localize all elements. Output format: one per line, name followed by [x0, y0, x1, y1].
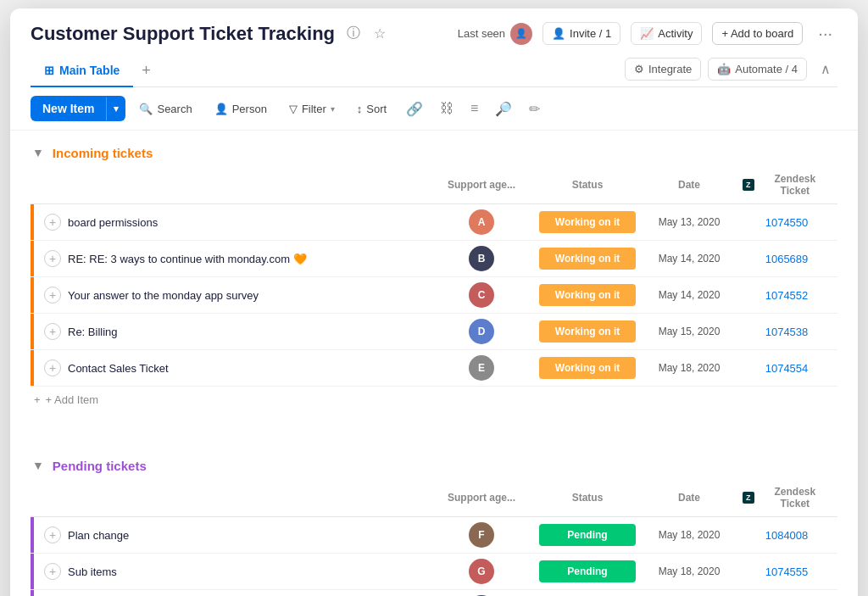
row-name-cell: + Contact Sales Ticket: [34, 351, 431, 385]
table-incoming: Support age... Status Date Z Zendesk Tic…: [10, 166, 858, 387]
page-title: Customer Support Ticket Tracking: [31, 23, 335, 45]
table-pending: Support age... Status Date Z Zendesk Tic…: [10, 479, 858, 596]
row-date-cell: May 15, 2020: [643, 320, 736, 343]
zendesk-brand-icon: Z: [743, 492, 754, 504]
row-zendesk-cell[interactable]: 1074552: [736, 284, 837, 307]
col-header-name: [31, 178, 431, 192]
col-header-zendesk: Z Zendesk Ticket: [736, 166, 837, 203]
sort-button[interactable]: ↕ Sort: [348, 97, 395, 120]
row-date-cell: May 18, 2020: [643, 357, 736, 379]
info-icon[interactable]: ⓘ: [343, 23, 364, 44]
add-row-icon[interactable]: +: [44, 287, 61, 304]
group-header-incoming: ▼ Incoming tickets: [10, 131, 858, 166]
integrate-button[interactable]: ⚙ Integrate: [625, 58, 701, 81]
group-toggle-incoming[interactable]: ▼: [31, 144, 46, 161]
avatar: E: [469, 355, 494, 381]
collapse-button[interactable]: ∧: [814, 58, 837, 81]
row-status-cell: Pending: [532, 555, 643, 588]
add-row-icon[interactable]: +: [44, 323, 61, 340]
tab-main-table[interactable]: ⊞ Main Table: [31, 55, 133, 87]
add-tab-button[interactable]: +: [133, 55, 159, 86]
col-header-status: Status: [532, 172, 643, 198]
last-seen-label: Last seen 👤: [458, 23, 532, 45]
table-row[interactable]: + RE: RE: 3 ways to continue with monday…: [31, 241, 837, 277]
group-header-pending: ▼ Pending tickets: [10, 443, 858, 479]
title-row: Customer Support Ticket Tracking ⓘ ☆: [31, 23, 389, 45]
col-header-agent: Support age...: [431, 485, 532, 510]
more-options-button[interactable]: ···: [813, 22, 837, 45]
row-date-cell: May 14, 2020: [643, 284, 736, 306]
row-agent-cell: C: [431, 277, 532, 313]
zendesk-brand-icon: Z: [743, 179, 754, 191]
row-status-cell: Working on it: [532, 279, 643, 311]
add-row-icon[interactable]: +: [44, 250, 61, 267]
group-title-incoming: Incoming tickets: [53, 146, 153, 160]
table-row[interactable]: + Re: Billing D Working on it May 15, 20…: [31, 314, 837, 350]
invite-button[interactable]: 👤 Invite / 1: [542, 22, 620, 45]
search-button[interactable]: 🔍 Search: [131, 97, 200, 120]
group-spacer: [10, 430, 858, 443]
col-header-name: [31, 491, 431, 504]
activity-icon: 📈: [640, 27, 654, 40]
star-icon[interactable]: ☆: [370, 24, 389, 43]
unlink-icon-button[interactable]: ⛓: [434, 97, 459, 120]
automate-icon: 🤖: [717, 63, 731, 75]
row-agent-cell: E: [431, 350, 532, 386]
main-content: ▼ Incoming tickets Support age... Status…: [10, 131, 858, 596]
rows-icon-button[interactable]: ≡: [465, 97, 484, 120]
row-zendesk-cell[interactable]: 1084008: [736, 524, 837, 547]
add-row-icon[interactable]: +: [44, 563, 61, 580]
activity-button[interactable]: 📈 Activity: [631, 22, 702, 45]
row-zendesk-cell[interactable]: 1074554: [736, 357, 837, 380]
table-row[interactable]: + Plan change F Pending May 18, 2020 108…: [31, 517, 837, 554]
table-row[interactable]: + Contact Sales Ticket E Working on it M…: [31, 350, 837, 387]
row-status-cell: Working on it: [532, 206, 643, 238]
row-status-cell: Pending: [532, 592, 643, 596]
row-name-cell: + Re: Billing: [34, 315, 431, 348]
table-row[interactable]: + Contact Sales Ticket H Pending May 18,…: [31, 590, 837, 596]
row-zendesk-cell[interactable]: 1074550: [736, 211, 837, 234]
app-window: Customer Support Ticket Tracking ⓘ ☆ Las…: [10, 8, 858, 596]
filter-button[interactable]: ▽ Filter ▾: [281, 97, 343, 120]
table-row[interactable]: + Your answer to the monday app survey C…: [31, 277, 837, 314]
add-row-icon[interactable]: +: [44, 359, 61, 376]
row-name-cell: + RE: RE: 3 ways to continue with monday…: [34, 242, 431, 276]
col-header-agent: Support age...: [431, 172, 532, 198]
row-agent-cell: G: [431, 554, 532, 589]
add-to-board-button[interactable]: + Add to board: [712, 22, 803, 45]
add-row-icon[interactable]: +: [44, 214, 61, 231]
search2-icon-button[interactable]: 🔎: [489, 97, 518, 121]
row-date-cell: May 13, 2020: [643, 211, 736, 233]
status-badge: Pending: [539, 524, 636, 546]
new-item-button[interactable]: New Item ▾: [31, 96, 125, 121]
automate-button[interactable]: 🤖 Automate / 4: [708, 58, 807, 81]
filter-icon: ▽: [289, 103, 298, 115]
new-item-dropdown-arrow[interactable]: ▾: [106, 97, 125, 120]
edit-icon-button[interactable]: ✏: [523, 97, 546, 121]
group-toggle-pending[interactable]: ▼: [31, 457, 46, 474]
row-agent-cell: H: [431, 590, 532, 596]
person-icon: 👤: [552, 27, 565, 40]
add-row-icon[interactable]: +: [44, 526, 61, 543]
row-date-cell: May 18, 2020: [643, 560, 736, 582]
table-row[interactable]: + board permissions A Working on it May …: [31, 204, 837, 241]
row-agent-cell: F: [431, 517, 532, 553]
add-item-row-incoming[interactable]: + + Add Item: [10, 387, 858, 413]
group-title-pending: Pending tickets: [53, 459, 147, 473]
table-header-pending: Support age... Status Date Z Zendesk Tic…: [31, 479, 837, 517]
table-header-incoming: Support age... Status Date Z Zendesk Tic…: [31, 166, 837, 204]
row-zendesk-cell[interactable]: 1074538: [736, 320, 837, 343]
search-icon: 🔍: [139, 103, 153, 115]
col-header-date: Date: [643, 485, 736, 510]
table-icon: ⊞: [44, 64, 54, 77]
col-header-zendesk: Z Zendesk Ticket: [736, 479, 837, 516]
table-row[interactable]: + Sub items G Pending May 18, 2020 10745…: [31, 554, 837, 590]
sort-icon: ↕: [357, 103, 363, 115]
row-zendesk-cell[interactable]: 1074555: [736, 560, 837, 583]
status-badge: Working on it: [539, 211, 636, 233]
new-item-label: New Item: [31, 96, 106, 121]
row-zendesk-cell[interactable]: 1065689: [736, 248, 837, 270]
link-icon-button[interactable]: 🔗: [400, 97, 429, 121]
row-agent-cell: D: [431, 314, 532, 349]
person-button[interactable]: 👤 Person: [206, 97, 275, 120]
